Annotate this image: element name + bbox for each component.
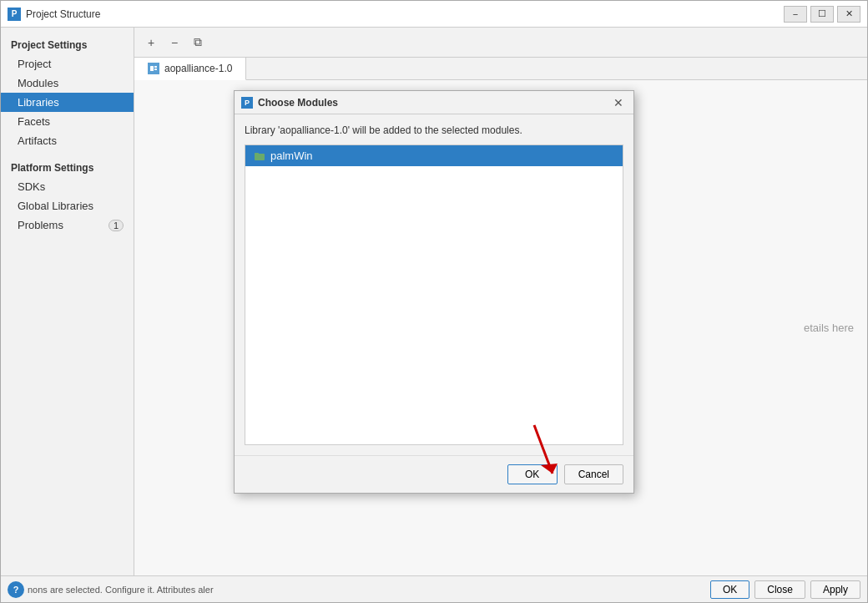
module-list[interactable]: palmWin	[245, 144, 623, 445]
window-close-button[interactable]: ✕	[837, 6, 860, 23]
modal-title: Choose Modules	[258, 97, 610, 109]
add-library-button[interactable]: +	[141, 33, 161, 53]
minimize-button[interactable]: −	[784, 6, 807, 23]
sidebar: Project Settings Project Modules Librari…	[1, 28, 134, 575]
choose-modules-dialog: P Choose Modules ✕ Library 'aopalliance-…	[234, 90, 634, 494]
main-ok-button[interactable]: OK	[710, 580, 749, 599]
sidebar-item-libraries[interactable]: Libraries	[1, 93, 134, 112]
project-settings-heading: Project Settings	[1, 34, 134, 54]
modal-footer: OK Cancel	[235, 455, 633, 493]
sidebar-item-facets[interactable]: Facets	[1, 112, 134, 131]
svg-rect-5	[255, 153, 259, 155]
window-controls: − ☐ ✕	[784, 6, 860, 23]
platform-settings-heading: Platform Settings	[1, 157, 134, 177]
remove-library-button[interactable]: −	[164, 33, 184, 53]
add-icon: +	[148, 36, 154, 49]
svg-rect-2	[154, 66, 157, 68]
sidebar-item-artifacts[interactable]: Artifacts	[1, 131, 134, 150]
help-button[interactable]: ?	[8, 581, 24, 598]
tab-bar: aopalliance-1.0	[134, 58, 867, 80]
modal-icon: P	[241, 97, 253, 109]
sidebar-item-problems[interactable]: Problems 1	[1, 215, 134, 235]
bottom-left: ? nons are selected. Configure it. Attri…	[8, 581, 214, 598]
module-label: palmWin	[270, 149, 313, 162]
sidebar-item-global-libraries[interactable]: Global Libraries	[1, 196, 134, 215]
svg-rect-4	[255, 154, 265, 160]
maximize-button[interactable]: ☐	[810, 6, 834, 23]
modal-title-bar: P Choose Modules ✕	[235, 91, 633, 114]
main-apply-button[interactable]: Apply	[810, 580, 860, 599]
copy-icon: ⧉	[194, 35, 202, 49]
remove-icon: −	[171, 36, 178, 49]
bottom-bar: ? nons are selected. Configure it. Attri…	[1, 575, 867, 602]
library-tab-aopalliance[interactable]: aopalliance-1.0	[134, 58, 246, 80]
window-title: Project Structure	[26, 8, 784, 20]
libraries-toolbar: + − ⧉	[134, 28, 867, 58]
svg-rect-3	[154, 68, 157, 70]
module-item-palmwin[interactable]: palmWin	[245, 145, 623, 166]
sidebar-item-modules[interactable]: Modules	[1, 73, 134, 93]
sidebar-item-project[interactable]: Project	[1, 54, 134, 73]
status-text: nons are selected. Configure it. Attribu…	[24, 585, 214, 595]
module-folder-icon	[254, 150, 265, 162]
main-close-button[interactable]: Close	[754, 580, 805, 599]
library-tab-label: aopalliance-1.0	[164, 63, 232, 74]
copy-library-button[interactable]: ⧉	[188, 33, 208, 53]
modal-close-button[interactable]: ✕	[610, 94, 627, 111]
modal-cancel-button[interactable]: Cancel	[564, 464, 623, 484]
library-tab-icon	[148, 63, 159, 74]
modal-body: Library 'aopalliance-1.0' will be added …	[235, 114, 633, 455]
svg-rect-1	[150, 66, 154, 71]
app-icon: P	[8, 8, 21, 21]
title-bar: P Project Structure − ☐ ✕	[1, 1, 867, 28]
bottom-right: OK Close Apply	[710, 580, 860, 599]
sidebar-item-sdks[interactable]: SDKs	[1, 177, 134, 196]
problems-badge: 1	[108, 220, 124, 231]
modal-ok-button[interactable]: OK	[507, 464, 558, 484]
modal-description: Library 'aopalliance-1.0' will be added …	[245, 124, 623, 136]
